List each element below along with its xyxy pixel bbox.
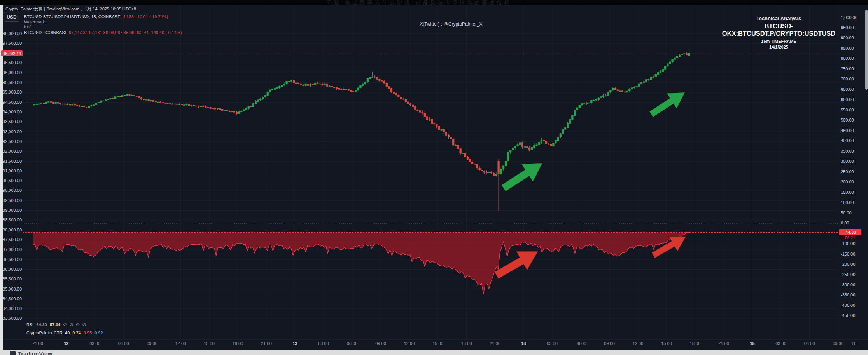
- time-axis-label: 03:00: [547, 341, 558, 346]
- left-axis-label: 97,500.00: [2, 41, 22, 45]
- share-byline: Crypto_Painter发表于TradingView.com， 1月 14,…: [5, 6, 136, 12]
- page-bottom-band: TradingView: [0, 350, 868, 355]
- right-axis-label: 750.00: [841, 66, 854, 71]
- left-axis-label: 92,500.00: [2, 139, 22, 144]
- bar-countdown: 09:21: [839, 235, 861, 240]
- left-axis-label: 86,000.00: [2, 267, 22, 271]
- left-axis-label: 92,000.00: [2, 149, 22, 153]
- indicator-value: ∅: [63, 322, 66, 327]
- indicator-value: ∅: [70, 322, 73, 327]
- time-axis-label: 12:00: [404, 341, 415, 346]
- left-axis-label: 93,500.00: [2, 119, 22, 124]
- left-axis-label: 91,500.00: [2, 159, 22, 164]
- indicator-value: ∅: [76, 322, 79, 327]
- legend-symbol-text: BTCUSD-BTCUSDT.P/USDTUSD, 15, COINBASE: [24, 14, 121, 19]
- chart-plot-area[interactable]: [0, 0, 868, 355]
- currency-toggle-button[interactable]: USD: [4, 12, 19, 22]
- right-axis-label: -100.00: [841, 241, 855, 246]
- right-axis-label: -150.00: [841, 252, 855, 256]
- time-axis-label: 18:00: [233, 341, 243, 346]
- time-axis-label: 12: [64, 341, 68, 346]
- left-axis-label: 91,000.00: [2, 169, 22, 173]
- right-axis-label: 450.00: [841, 128, 854, 133]
- time-axis-label: 21:00: [32, 341, 43, 346]
- time-axis-label: 18:00: [461, 341, 472, 346]
- indicator-name: RSI: [26, 322, 33, 327]
- right-axis-label: -450.00: [841, 313, 855, 318]
- time-axis-label: 03:00: [89, 341, 100, 346]
- annotation-text-block: Technical Analysis BTCUSD-OKX:BTCUSDT.P/…: [718, 16, 840, 50]
- spread-value: -44.38: [839, 229, 861, 235]
- candles-up: [33, 49, 690, 176]
- time-axis-label: 13: [292, 341, 297, 346]
- time-axis-label: 06:00: [576, 341, 586, 346]
- right-axis-label: 850.00: [841, 46, 854, 50]
- spread-value-badge: -44.38 09:21: [839, 229, 861, 240]
- right-axis-label: 200.00: [841, 179, 854, 184]
- right-axis-label: 650.00: [841, 87, 854, 92]
- right-axis-label: -250.00: [841, 272, 855, 277]
- left-axis-label: 83,500.00: [2, 316, 22, 320]
- tradingview-logo-text: TradingView: [18, 350, 52, 355]
- grid-lines: [0, 5, 868, 339]
- tradingview-screenshot: 问题 资金费率为什么印钱 都是反映市场情绪的基准指标 Crypto_Painte…: [0, 0, 868, 355]
- left-axis-label: 94,000.00: [2, 110, 22, 114]
- time-axis-label: 06:00: [118, 341, 129, 346]
- right-axis-label: 1,000.00: [841, 15, 858, 20]
- time-axis-label: 18:00: [690, 341, 701, 346]
- left-axis-label: 86,500.00: [2, 257, 22, 262]
- right-axis-label: 250.00: [841, 169, 854, 174]
- legend-spread-values: -44.38 +10.91 (-19.74%): [122, 14, 168, 19]
- time-axis-label: 14: [521, 341, 526, 346]
- legend-ohlc-values: 97,147.34 97,181.86 96,967.35 96,992.44 …: [69, 30, 182, 35]
- time-axis-label: 21:00: [718, 341, 729, 346]
- tweet-background-strip: 问题 资金费率为什么印钱 都是反映市场情绪的基准指标: [0, 0, 868, 5]
- left-axis-label: 85,000.00: [2, 287, 22, 291]
- left-axis-label: 95,500.00: [2, 80, 22, 85]
- time-axis-label: 12:00: [175, 341, 186, 346]
- annotation-title: Technical Analysis: [718, 16, 840, 21]
- time-axis-label: 09:00: [147, 341, 158, 346]
- time-axis-label: 09:00: [375, 341, 386, 346]
- time-axis-label: 09:00: [833, 341, 844, 346]
- indicator-value: 0.92: [94, 331, 103, 335]
- time-axis-label: 15: [750, 341, 754, 346]
- time-axis-label: 06:00: [347, 341, 358, 346]
- time-axis-label: 06:00: [804, 341, 815, 346]
- right-axis-label: 350.00: [841, 149, 854, 153]
- right-axis-label: 0.00: [841, 221, 849, 225]
- right-axis-label: 600.00: [841, 97, 854, 102]
- left-axis-label: 84,500.00: [2, 296, 22, 301]
- left-axis-label: 87,500.00: [2, 237, 22, 242]
- left-axis-label: 84,000.00: [2, 306, 22, 311]
- right-axis-label: -350.00: [841, 292, 855, 297]
- left-axis-label: 85,500.00: [2, 277, 22, 281]
- left-axis-label: 89,500.00: [2, 198, 22, 203]
- left-axis-label: 89,000.00: [2, 208, 22, 212]
- right-axis-label: -300.00: [841, 282, 855, 287]
- left-axis-label: 90,000.00: [2, 188, 22, 193]
- left-axis-label: 98,000.00: [2, 31, 22, 36]
- rsi-indicator-row[interactable]: RSI64.3057.04∅∅∅∅: [26, 322, 89, 327]
- right-axis-label: -400.00: [841, 303, 855, 308]
- legend-watermark: Watermark: [24, 19, 45, 24]
- left-axis-label: 93,000.00: [2, 129, 22, 134]
- legend-spread-symbol[interactable]: BTCUSD-BTCUSDT.P/USDTUSD, 15, COINBASE -…: [24, 14, 168, 19]
- right-axis-label: 950.00: [841, 25, 854, 30]
- left-axis-label: 95,000.00: [2, 90, 22, 94]
- scrollbar-thumb[interactable]: [865, 10, 868, 90]
- time-axis-label: 21:00: [490, 341, 500, 346]
- time-axis-label: 03:00: [775, 341, 786, 346]
- ctr-indicator-row[interactable]: CryptoPainter CTR_400.740.950.92: [26, 331, 106, 335]
- time-axis-label: 15:00: [661, 341, 672, 346]
- right-axis-label: 500.00: [841, 118, 854, 122]
- indicator-value: 64.30: [36, 322, 47, 327]
- right-axis-label: -200.00: [841, 262, 855, 266]
- legend-btcusd-coinbase[interactable]: BTCUSD · COINBASE 97,147.34 97,181.86 96…: [24, 30, 182, 35]
- indicator-name: CryptoPainter CTR_40: [26, 331, 70, 335]
- last-price-badge: 96,992.44: [1, 50, 23, 56]
- indicator-value: 57.04: [50, 322, 61, 327]
- legend-too: too°: [24, 24, 32, 29]
- right-axis-label: 700.00: [841, 77, 854, 81]
- time-axis-label: 12:00: [633, 341, 644, 346]
